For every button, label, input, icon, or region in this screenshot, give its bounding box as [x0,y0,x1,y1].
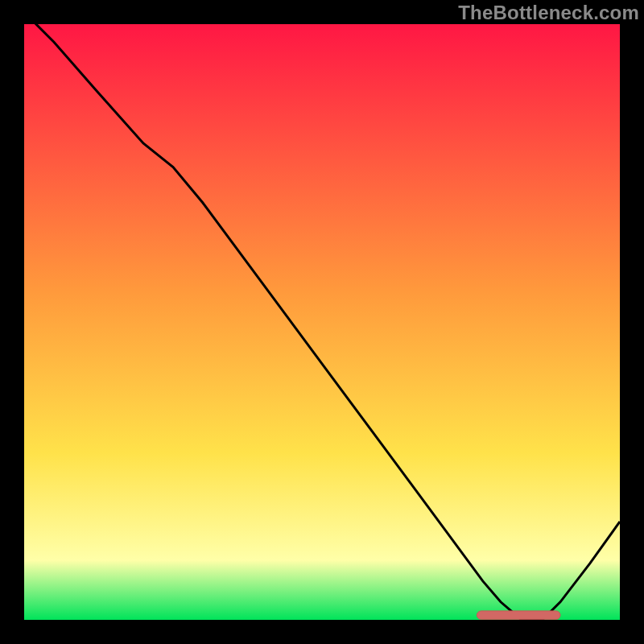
chart-frame: TheBottleneck.com [0,0,644,644]
optimal-marker [477,611,560,619]
watermark: TheBottleneck.com [458,2,639,24]
bottleneck-chart [0,0,644,644]
heat-background [24,24,620,620]
